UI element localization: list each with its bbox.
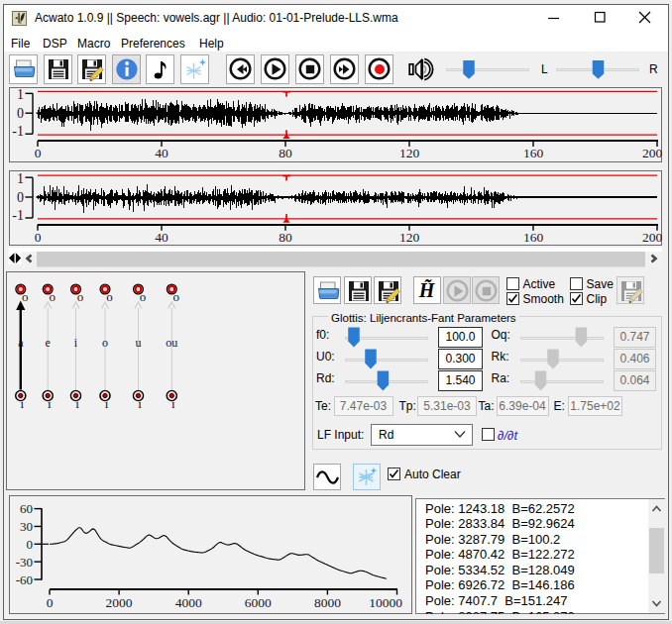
svg-text:-30: -30 [16, 555, 33, 570]
svg-text:-60: -60 [16, 572, 33, 587]
svg-text:4000: 4000 [175, 595, 202, 610]
svg-text:30: 30 [20, 519, 33, 534]
svg-text:2000: 2000 [106, 595, 133, 610]
svg-text:8000: 8000 [314, 595, 341, 610]
svg-text:10000: 10000 [369, 595, 402, 610]
svg-text:60: 60 [20, 501, 33, 516]
svg-text:0: 0 [47, 595, 54, 610]
svg-text:6000: 6000 [245, 595, 272, 610]
svg-text:0: 0 [27, 537, 34, 552]
